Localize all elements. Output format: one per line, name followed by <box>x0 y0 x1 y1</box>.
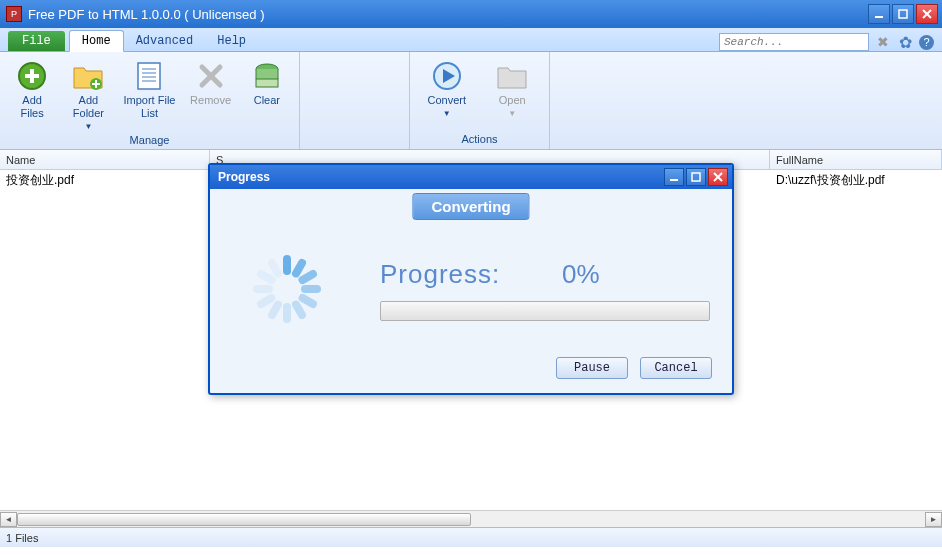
scroll-thumb[interactable] <box>17 513 471 526</box>
tab-advanced[interactable]: Advanced <box>124 31 206 51</box>
chevron-down-icon: ▼ <box>443 109 451 119</box>
dialog-title: Progress <box>218 170 270 184</box>
close-button[interactable] <box>916 4 938 24</box>
clear-button[interactable]: Clear <box>243 56 291 132</box>
progress-dialog: Progress Converting Progress: 0% Pause C… <box>208 163 734 395</box>
add-files-button[interactable]: Add Files <box>8 56 56 132</box>
minimize-button[interactable] <box>868 4 890 24</box>
converting-banner: Converting <box>412 193 529 220</box>
remove-button: Remove <box>186 56 234 132</box>
cancel-button[interactable]: Cancel <box>640 357 712 379</box>
titlebar: P Free PDF to HTML 1.0.0.0 ( Unlicensed … <box>0 0 942 28</box>
import-file-list-button[interactable]: Import File List <box>121 56 179 132</box>
maximize-button[interactable] <box>892 4 914 24</box>
column-name[interactable]: Name <box>0 150 210 169</box>
svg-rect-22 <box>692 173 700 181</box>
svg-rect-18 <box>256 79 278 87</box>
settings-icon[interactable]: ✿ <box>897 34 913 50</box>
progress-label: Progress: <box>380 259 500 290</box>
horizontal-scrollbar[interactable]: ◄ ► <box>0 510 942 527</box>
remove-icon <box>195 60 227 92</box>
app-icon: P <box>6 6 22 22</box>
svg-rect-10 <box>138 63 160 89</box>
convert-button[interactable]: Convert ▼ <box>418 56 476 131</box>
chevron-down-icon: ▼ <box>84 122 92 132</box>
svg-rect-1 <box>899 10 907 18</box>
status-text: 1 Files <box>6 532 38 544</box>
convert-icon <box>431 60 463 92</box>
scroll-track[interactable] <box>17 512 925 527</box>
pause-button[interactable]: Pause <box>556 357 628 379</box>
dialog-minimize-button[interactable] <box>664 168 684 186</box>
tab-home[interactable]: Home <box>69 30 124 52</box>
clear-search-icon[interactable]: ✖ <box>875 34 891 50</box>
group-label-manage: Manage <box>8 132 291 148</box>
status-bar: 1 Files <box>0 527 942 547</box>
dialog-close-button[interactable] <box>708 168 728 186</box>
add-folder-button[interactable]: Add Folder ▼ <box>64 56 112 132</box>
open-icon <box>496 60 528 92</box>
add-files-icon <box>16 60 48 92</box>
spinner-icon <box>252 254 322 324</box>
add-folder-icon <box>72 60 104 92</box>
open-button: Open ▼ <box>484 56 542 131</box>
clear-icon <box>251 60 283 92</box>
dialog-maximize-button[interactable] <box>686 168 706 186</box>
progress-value: 0% <box>562 259 600 290</box>
help-icon[interactable]: ? <box>919 35 934 50</box>
cell-fullname: D:\uzzf\投资创业.pdf <box>770 172 942 189</box>
chevron-down-icon: ▼ <box>508 109 516 119</box>
window-title: Free PDF to HTML 1.0.0.0 ( Unlicensed ) <box>28 7 265 22</box>
import-list-icon <box>133 60 165 92</box>
file-menu[interactable]: File <box>8 31 65 51</box>
ribbon: Add Files Add Folder ▼ Import File List … <box>0 52 942 150</box>
column-fullname[interactable]: FullName <box>770 150 942 169</box>
scroll-left-button[interactable]: ◄ <box>0 512 17 527</box>
scroll-right-button[interactable]: ► <box>925 512 942 527</box>
cell-name: 投资创业.pdf <box>0 172 210 189</box>
dialog-titlebar[interactable]: Progress <box>210 165 732 189</box>
menubar: File Home Advanced Help ✖ ✿ ? <box>0 28 942 52</box>
search-input[interactable] <box>719 33 869 51</box>
progress-bar <box>380 301 710 321</box>
group-label-actions: Actions <box>418 131 541 147</box>
tab-help[interactable]: Help <box>205 31 258 51</box>
